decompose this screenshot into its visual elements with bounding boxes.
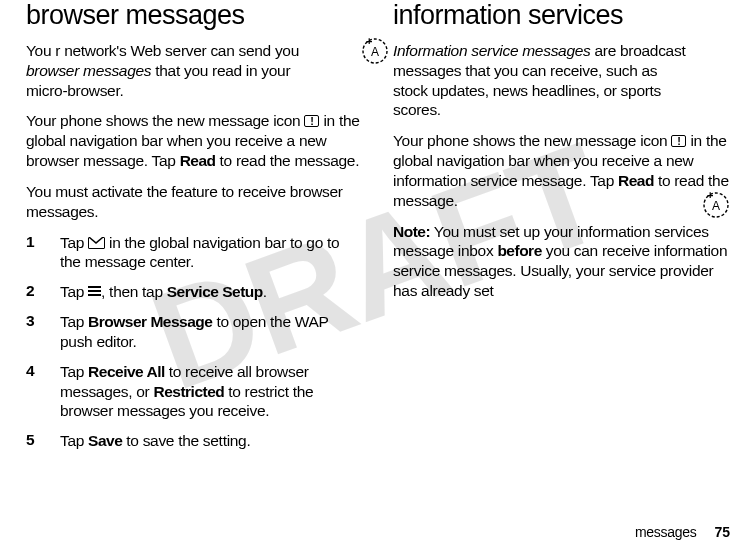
text: You r network's Web server can send you bbox=[26, 42, 299, 59]
step-number: 3 bbox=[26, 312, 60, 352]
text-italic: browser messages bbox=[26, 62, 151, 79]
paragraph: Your phone shows the new message icon in… bbox=[26, 111, 363, 170]
paragraph: Information service messages are broadca… bbox=[393, 41, 730, 120]
step-text: Tap Receive All to receive all browser m… bbox=[60, 362, 363, 421]
text: Tap bbox=[60, 313, 88, 330]
step-text: Tap Save to save the setting. bbox=[60, 431, 363, 451]
text-italic: Information service messages bbox=[393, 42, 591, 59]
heading-browser-messages: browser messages bbox=[26, 0, 363, 31]
page-number: 75 bbox=[714, 524, 730, 540]
text: . bbox=[263, 283, 267, 300]
text-bold: Note: bbox=[393, 223, 430, 240]
paragraph: You r network's Web server can send you … bbox=[26, 41, 363, 100]
step-4: 4 Tap Receive All to receive all browser… bbox=[26, 362, 363, 421]
step-text: Tap in the global navigation bar to go t… bbox=[60, 233, 363, 273]
page-content: browser messages You r network's Web ser… bbox=[0, 0, 756, 500]
step-3: 3 Tap Browser Message to open the WAP pu… bbox=[26, 312, 363, 352]
step-number: 4 bbox=[26, 362, 60, 421]
text-bold: Restricted bbox=[153, 383, 224, 400]
text: Tap bbox=[60, 363, 88, 380]
text: to read the message. bbox=[216, 152, 360, 169]
text-bold: Receive All bbox=[88, 363, 165, 380]
paragraph: Your phone shows the new message icon in… bbox=[393, 131, 730, 210]
step-number: 2 bbox=[26, 282, 60, 302]
text: Your phone shows the new message icon bbox=[26, 112, 304, 129]
footer-section: messages bbox=[635, 524, 696, 540]
step-text: Tap , then tap Service Setup. bbox=[60, 282, 363, 302]
text-bold: Service Setup bbox=[167, 283, 263, 300]
alert-icon bbox=[304, 115, 319, 127]
text: to save the setting. bbox=[122, 432, 250, 449]
paragraph: Note: You must set up your information s… bbox=[393, 222, 730, 301]
text-bold: before bbox=[497, 242, 541, 259]
step-text: Tap Browser Message to open the WAP push… bbox=[60, 312, 363, 352]
heading-information-services: information services bbox=[393, 0, 730, 31]
step-5: 5 Tap Save to save the setting. bbox=[26, 431, 363, 451]
text: Your phone shows the new message icon bbox=[393, 132, 671, 149]
step-2: 2 Tap , then tap Service Setup. bbox=[26, 282, 363, 302]
text: Tap bbox=[60, 283, 88, 300]
text: Tap bbox=[60, 234, 88, 251]
menu-icon bbox=[88, 286, 101, 296]
step-number: 5 bbox=[26, 431, 60, 451]
text-bold: Read bbox=[618, 172, 654, 189]
text-bold: Browser Message bbox=[88, 313, 212, 330]
text: Tap bbox=[60, 432, 88, 449]
text-bold: Save bbox=[88, 432, 122, 449]
page-footer: messages75 bbox=[635, 524, 730, 540]
step-number: 1 bbox=[26, 233, 60, 273]
envelope-icon bbox=[88, 237, 105, 249]
paragraph: You must activate the feature to receive… bbox=[26, 182, 363, 222]
text: , then tap bbox=[101, 283, 167, 300]
step-1: 1 Tap in the global navigation bar to go… bbox=[26, 233, 363, 273]
alert-icon bbox=[671, 135, 686, 147]
text-bold: Read bbox=[180, 152, 216, 169]
